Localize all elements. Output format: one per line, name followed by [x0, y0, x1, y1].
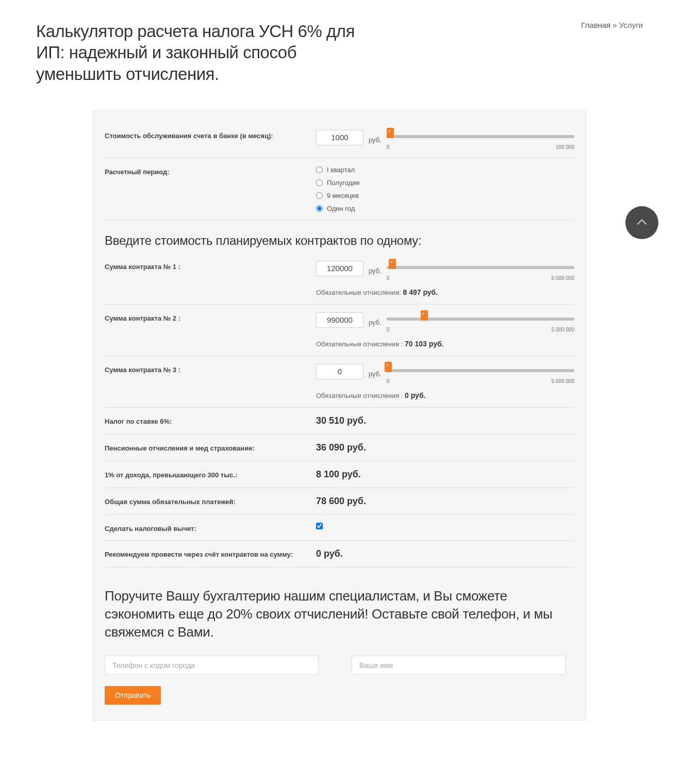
- name-input[interactable]: [352, 656, 566, 675]
- contract1-label: Сумма контракта № 1 :: [105, 261, 316, 296]
- breadcrumb-current: Услуги: [619, 21, 643, 29]
- page-title: Калькулятор расчета налога УСН 6% для ИП…: [36, 21, 371, 85]
- contract1-unit: руб.: [369, 267, 382, 275]
- recommend-label: Рекомендуем провести через счёт контракт…: [105, 548, 316, 559]
- contract1-deduction: Обязательные отчисления: 8 497 руб.: [316, 288, 574, 296]
- bank-cost-unit: руб.: [369, 136, 382, 144]
- pct1-value: 8 100 руб.: [316, 469, 574, 480]
- period-option-9m[interactable]: 9 месяцев: [316, 192, 360, 199]
- chevron-up-icon: [635, 216, 649, 229]
- bank-cost-label: Стоимость обслуживания счета в банке (в …: [105, 130, 316, 150]
- contract2-deduction: Обязательные отчисления : 70 103 руб.: [316, 340, 574, 348]
- contract2-slider[interactable]: 0 5 000 000: [387, 312, 574, 332]
- contract3-unit: руб.: [369, 370, 382, 378]
- bank-cost-slider[interactable]: 0 100 000: [387, 130, 574, 150]
- tax6-value: 30 510 руб.: [316, 415, 574, 426]
- cta-title: Поручите Вашу бухгалтерию нашим специали…: [105, 568, 574, 656]
- period-option-year[interactable]: Один год: [316, 205, 360, 212]
- breadcrumb-home[interactable]: Главная: [581, 21, 610, 29]
- pension-label: Пенсионные отчисления и мед страхование:: [105, 442, 316, 453]
- scroll-top-button[interactable]: [625, 206, 658, 239]
- phone-input[interactable]: [105, 656, 319, 675]
- contract2-unit: руб.: [369, 319, 382, 326]
- tax6-label: Налог по ставке 6%:: [105, 415, 316, 426]
- contract3-slider[interactable]: 0 5 000 000: [387, 364, 574, 384]
- contract2-label: Сумма контракта № 2 :: [105, 312, 316, 348]
- period-label: Расчетный период:: [105, 166, 316, 212]
- period-option-half[interactable]: Полугодие: [316, 179, 360, 187]
- submit-button[interactable]: Отправить: [105, 686, 161, 705]
- period-option-q1[interactable]: I квартал: [316, 166, 360, 174]
- breadcrumb-sep: »: [610, 21, 619, 29]
- recommend-value: 0 руб.: [316, 548, 574, 559]
- breadcrumb: Главная » Услуги: [581, 21, 643, 29]
- total-label: Общая сумма обязательных платежей:: [105, 496, 316, 507]
- contracts-section-title: Введите стоимость планируемых контрактов…: [105, 221, 574, 253]
- pension-value: 36 090 руб.: [316, 442, 574, 453]
- contract3-input[interactable]: [316, 364, 363, 379]
- total-value: 78 600 руб.: [316, 496, 574, 507]
- contract3-deduction: Обязательные отчисления : 0 руб.: [316, 391, 574, 399]
- tax-deduction-label: Сделать налоговый вычет:: [105, 523, 316, 532]
- bank-cost-input[interactable]: [316, 130, 363, 145]
- pct1-label: 1% от дохода, превышающего 300 тыс.:: [105, 469, 316, 480]
- contract1-slider[interactable]: 0 5 000 000: [387, 261, 574, 281]
- contract1-input[interactable]: [316, 261, 363, 276]
- contract2-input[interactable]: [316, 312, 363, 328]
- tax-deduction-checkbox[interactable]: [316, 523, 323, 529]
- calculator-card: Стоимость обслуживания счета в банке (в …: [93, 110, 586, 721]
- contract3-label: Сумма контракта № 3 :: [105, 364, 316, 399]
- period-radio-group: I квартал Полугодие 9 месяцев Один год: [316, 166, 360, 212]
